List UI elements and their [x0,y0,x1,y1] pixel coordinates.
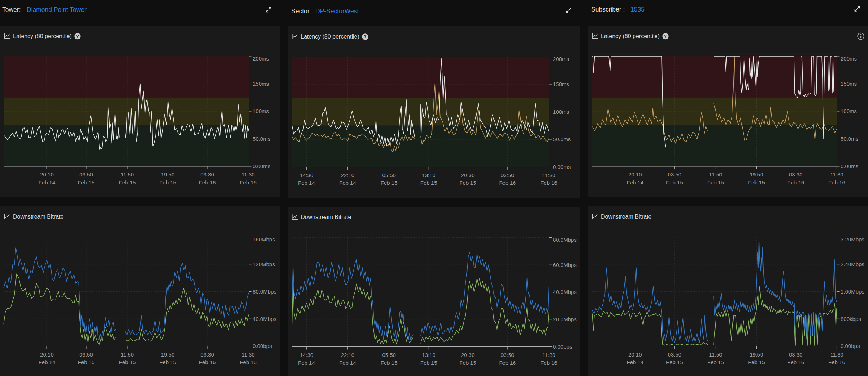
svg-text:03:50: 03:50 [79,352,93,358]
svg-text:22:10: 22:10 [341,352,355,358]
svg-text:Feb 15: Feb 15 [420,180,437,186]
svg-text:0.00bps: 0.00bps [553,344,572,350]
svg-text:Tower:: Tower: [2,6,21,13]
svg-text:19:50: 19:50 [750,352,763,358]
svg-text:03:50: 03:50 [79,171,93,178]
svg-text:Feb 16: Feb 16 [540,180,557,186]
svg-text:Feb 15: Feb 15 [459,180,476,186]
svg-text:22:10: 22:10 [341,172,355,178]
svg-text:800kbps: 800kbps [841,316,861,322]
svg-text:Feb 16: Feb 16 [240,359,257,365]
svg-text:11:30: 11:30 [830,171,843,178]
svg-text:Feb 15: Feb 15 [459,360,476,366]
svg-text:?: ? [664,33,667,39]
svg-text:Feb 16: Feb 16 [499,360,516,366]
svg-text:100ms: 100ms [253,108,269,114]
svg-text:11:50: 11:50 [121,171,134,178]
svg-text:2.40Mbps: 2.40Mbps [841,261,864,267]
svg-text:3.20Mbps: 3.20Mbps [841,236,864,242]
svg-text:Feb 16: Feb 16 [499,180,516,186]
svg-text:Feb 14: Feb 14 [339,360,356,366]
svg-text:160Mbps: 160Mbps [253,236,275,242]
svg-text:11:30: 11:30 [830,352,843,358]
svg-text:13:10: 13:10 [422,172,435,178]
svg-text:Feb 15: Feb 15 [78,359,95,365]
svg-text:DP-SectorWest: DP-SectorWest [315,8,359,15]
svg-text:Sector:: Sector: [291,8,311,15]
svg-text:Feb 15: Feb 15 [420,360,437,366]
svg-text:03:30: 03:30 [200,171,214,178]
svg-text:Feb 15: Feb 15 [159,359,176,365]
svg-text:05:50: 05:50 [382,352,396,358]
svg-text:1.60Mbps: 1.60Mbps [841,288,864,295]
svg-text:20.0Mbps: 20.0Mbps [553,316,577,322]
svg-text:Feb 15: Feb 15 [119,179,136,185]
svg-text:11:30: 11:30 [242,171,254,178]
svg-text:Feb 16: Feb 16 [540,360,557,366]
svg-text:150ms: 150ms [841,81,857,87]
svg-text:Feb 16: Feb 16 [828,179,845,185]
svg-text:03:30: 03:30 [789,171,803,178]
svg-text:Downstream Bitrate: Downstream Bitrate [13,214,64,220]
svg-text:0.00ms: 0.00ms [841,163,858,169]
svg-text:11:30: 11:30 [242,352,254,358]
svg-text:11:30: 11:30 [542,172,555,178]
svg-text:03:50: 03:50 [668,171,682,178]
svg-text:11:50: 11:50 [709,171,722,178]
svg-text:19:50: 19:50 [161,171,175,178]
svg-text:Feb 16: Feb 16 [199,179,216,185]
svg-text:Feb 16: Feb 16 [828,359,845,365]
svg-text:200ms: 200ms [841,55,857,62]
svg-text:200ms: 200ms [253,55,269,62]
svg-text:Feb 14: Feb 14 [39,179,56,185]
svg-text:40.0Mbps: 40.0Mbps [553,289,577,295]
svg-text:?: ? [364,34,367,39]
svg-text:03:50: 03:50 [668,352,682,358]
svg-text:Subscriber :: Subscriber : [591,6,625,13]
svg-text:20:10: 20:10 [628,352,642,358]
svg-text:Feb 15: Feb 15 [381,360,398,366]
svg-text:Feb 15: Feb 15 [159,179,176,185]
svg-text:80.0Mbps: 80.0Mbps [253,288,276,295]
svg-text:Feb 15: Feb 15 [707,179,724,185]
svg-text:Feb 15: Feb 15 [748,179,765,185]
svg-text:100ms: 100ms [553,109,569,115]
svg-text:Feb 14: Feb 14 [39,359,56,365]
svg-text:20:30: 20:30 [461,352,475,358]
svg-text:Feb 15: Feb 15 [78,179,95,185]
svg-text:20:30: 20:30 [461,172,475,178]
svg-text:Latency (80 percentile): Latency (80 percentile) [13,33,72,39]
svg-text:13:10: 13:10 [422,352,435,358]
svg-text:05:50: 05:50 [382,172,396,178]
svg-text:11:50: 11:50 [709,352,722,358]
svg-text:0.00bps: 0.00bps [841,343,860,349]
svg-text:20:10: 20:10 [628,171,642,178]
svg-text:200ms: 200ms [553,56,569,62]
svg-text:0.00ms: 0.00ms [553,164,571,170]
svg-text:Downstream Bitrate: Downstream Bitrate [601,214,652,220]
svg-text:14:30: 14:30 [300,172,314,178]
svg-text:19:50: 19:50 [750,171,763,178]
svg-text:60.0Mbps: 60.0Mbps [553,262,577,268]
svg-text:150ms: 150ms [553,81,569,87]
svg-text:03:50: 03:50 [501,172,514,178]
svg-text:14:30: 14:30 [300,352,314,358]
svg-text:20:10: 20:10 [40,171,54,178]
svg-text:03:30: 03:30 [789,352,803,358]
svg-text:50.0ms: 50.0ms [553,136,571,142]
svg-text:50.0ms: 50.0ms [253,136,270,142]
svg-text:Latency (80 percentile): Latency (80 percentile) [601,33,660,39]
svg-text:Feb 14: Feb 14 [626,179,643,185]
svg-text:Feb 16: Feb 16 [787,359,804,365]
svg-text:Feb 16: Feb 16 [240,179,257,185]
svg-text:Diamond Point Tower: Diamond Point Tower [27,6,87,13]
svg-text:03:30: 03:30 [200,352,214,358]
svg-text:Feb 14: Feb 14 [298,360,315,366]
svg-text:03:50: 03:50 [501,352,514,358]
svg-text:80.0Mbps: 80.0Mbps [553,237,577,243]
svg-text:Downstream Bitrate: Downstream Bitrate [301,214,351,220]
svg-text:Feb 14: Feb 14 [339,180,356,186]
svg-text:100ms: 100ms [841,108,857,114]
svg-text:50.0ms: 50.0ms [841,136,858,142]
svg-text:Feb 15: Feb 15 [381,180,398,186]
